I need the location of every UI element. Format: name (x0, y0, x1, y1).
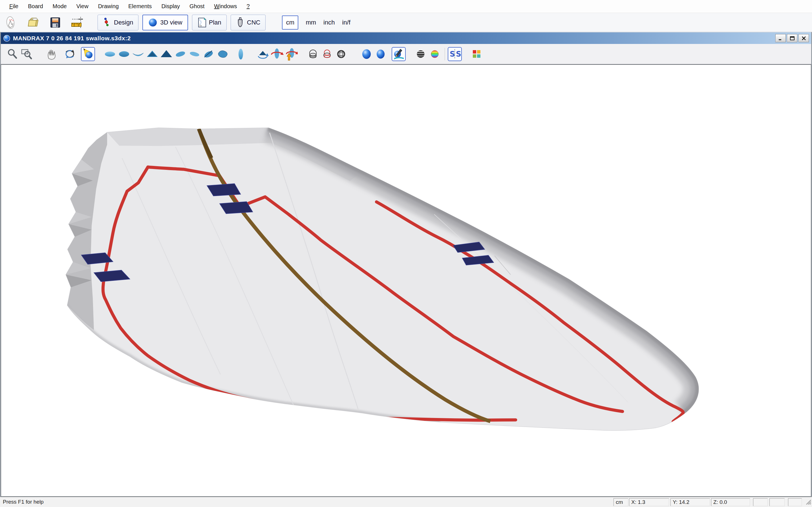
rotate-board-up-icon[interactable] (284, 47, 298, 61)
design-mode-button[interactable]: Design (98, 15, 139, 31)
unit-inch-button[interactable]: inch (323, 19, 335, 26)
plan-mode-label: Plan (209, 19, 221, 26)
status-help-text: Press F1 for help (3, 499, 44, 505)
rotate-board-icon[interactable] (270, 47, 284, 61)
close-button[interactable] (799, 34, 809, 42)
status-x-coord: X: 1.3 (629, 498, 669, 506)
view-perspective-1-icon[interactable] (173, 47, 188, 61)
color-grid-icon[interactable] (470, 47, 484, 61)
view3d-mode-button[interactable]: 3D view (142, 15, 188, 31)
view-bottom-icon[interactable] (117, 47, 131, 61)
zoom-window-icon[interactable] (19, 47, 34, 61)
main-toolbar: 1 0 Design (0, 13, 812, 32)
menu-help[interactable]: ? (242, 3, 254, 10)
status-empty-cell (788, 498, 802, 506)
rotate-flip-icon[interactable] (256, 47, 270, 61)
shaded-sphere-icon[interactable] (359, 47, 373, 61)
status-empty-cell (753, 498, 768, 506)
minimize-button[interactable] (775, 34, 786, 42)
maximize-button[interactable] (787, 34, 797, 42)
svg-text:S: S (450, 50, 455, 58)
svg-text:S: S (456, 50, 461, 58)
new-board-icon[interactable] (4, 15, 18, 30)
mesh-sphere-icon[interactable] (334, 47, 348, 61)
view-tail-icon[interactable] (159, 47, 173, 61)
board-body (66, 128, 699, 431)
sandpaper-tool-icon[interactable] (392, 47, 406, 61)
status-z-coord: Z: 0.0 (711, 498, 750, 506)
rotate-3d-icon[interactable] (63, 47, 77, 61)
render-light-icon[interactable] (81, 47, 95, 61)
menu-mode[interactable]: Mode (48, 3, 71, 10)
sphere-3d-icon (148, 18, 158, 27)
menu-ghost[interactable]: Ghost (185, 3, 209, 10)
unit-inf-button[interactable]: in/f (342, 19, 350, 26)
wireframe-sphere-icon[interactable] (306, 47, 320, 61)
curvature-sphere-icon[interactable] (428, 47, 442, 61)
measurements-icon[interactable]: 1 0 (70, 15, 85, 30)
plan-mode-button[interactable]: 99 Plan (192, 15, 227, 31)
svg-text:1: 1 (73, 24, 75, 27)
resize-grip[interactable] (805, 498, 811, 506)
symmetry-icon[interactable]: S S (448, 47, 462, 61)
menu-view[interactable]: View (71, 3, 93, 10)
view-nose-icon[interactable] (145, 47, 159, 61)
status-empty-cell (769, 498, 784, 506)
view-top-icon[interactable] (103, 47, 117, 61)
app-sphere-icon (3, 35, 10, 42)
view-side-icon[interactable] (131, 47, 145, 61)
design-icon (103, 17, 111, 27)
unit-cm-button[interactable]: cm (282, 15, 298, 30)
menu-board[interactable]: Board (23, 3, 48, 10)
toolbar-separator (445, 48, 445, 60)
document-titlebar[interactable]: MANDRAX 7 0 26 84 191 swallow.s3dx:2 (1, 32, 811, 44)
document-window: MANDRAX 7 0 26 84 191 swallow.s3dx:2 (0, 32, 812, 497)
wireframe-red-sphere-icon[interactable] (320, 47, 334, 61)
application-window: File Board Mode View Drawing Elements Di… (0, 0, 812, 507)
document-title: MANDRAX 7 0 26 84 191 swallow.s3dx:2 (13, 35, 131, 42)
plan-icon: 99 (197, 17, 206, 27)
view-perspective-3-icon[interactable] (202, 47, 216, 61)
menu-display[interactable]: Display (156, 3, 185, 10)
surfboard-3d-render (1, 65, 811, 496)
pan-hand-icon[interactable] (45, 47, 59, 61)
viewport-3d[interactable] (1, 64, 811, 497)
save-icon[interactable] (48, 15, 63, 30)
menu-bar: File Board Mode View Drawing Elements Di… (0, 0, 812, 13)
view-perspective-2-icon[interactable] (188, 47, 202, 61)
view-front-icon[interactable] (234, 47, 248, 61)
view3d-mode-label: 3D view (160, 19, 182, 26)
svg-text:99: 99 (199, 25, 202, 27)
cnc-mode-label: CNC (247, 19, 260, 26)
design-mode-label: Design (114, 19, 133, 26)
menu-windows[interactable]: Windows (209, 3, 242, 10)
cnc-bit-icon (236, 17, 245, 28)
zoom-icon[interactable] (5, 47, 19, 61)
status-bar: Press F1 for help cm X: 1.3 Y: 14.2 Z: 0… (0, 497, 812, 507)
zebra-sphere-icon[interactable] (414, 47, 428, 61)
menu-file[interactable]: File (4, 3, 23, 10)
menu-drawing[interactable]: Drawing (93, 3, 123, 10)
view-toolbar: S S (1, 44, 811, 64)
open-file-icon[interactable] (26, 15, 41, 30)
view-perspective-4-icon[interactable] (216, 47, 230, 61)
status-y-coord: Y: 14.2 (670, 498, 710, 506)
cnc-mode-button[interactable]: CNC (231, 15, 266, 31)
unit-mm-button[interactable]: mm (306, 19, 316, 26)
menu-elements[interactable]: Elements (123, 3, 156, 10)
shaded-sphere-2-icon[interactable] (373, 47, 388, 61)
svg-text:0: 0 (78, 24, 80, 27)
status-unit: cm (613, 498, 628, 506)
